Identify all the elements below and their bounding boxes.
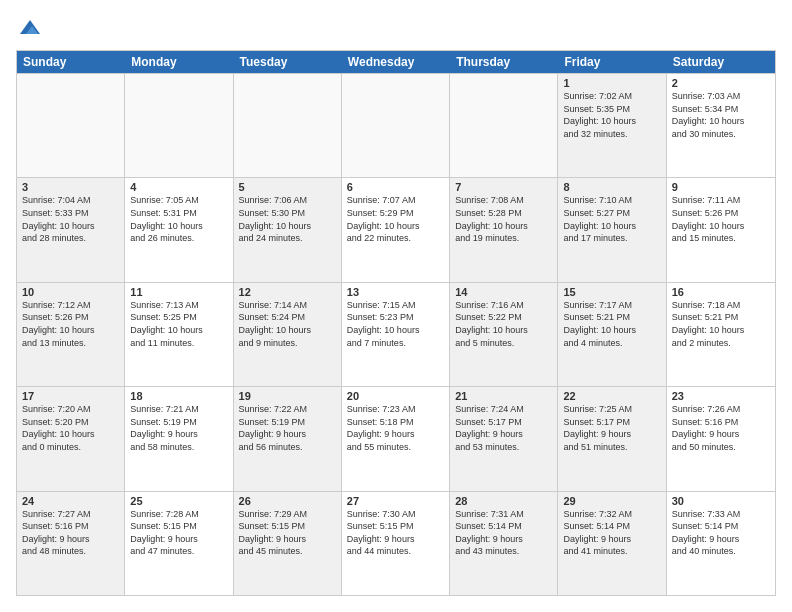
day-number: 16	[672, 286, 770, 298]
day-number: 20	[347, 390, 444, 402]
calendar-cell: 23Sunrise: 7:26 AM Sunset: 5:16 PM Dayli…	[667, 387, 775, 490]
calendar-row: 17Sunrise: 7:20 AM Sunset: 5:20 PM Dayli…	[17, 386, 775, 490]
day-number: 9	[672, 181, 770, 193]
calendar-cell: 14Sunrise: 7:16 AM Sunset: 5:22 PM Dayli…	[450, 283, 558, 386]
day-number: 7	[455, 181, 552, 193]
weekday-header: Sunday	[17, 51, 125, 73]
calendar-cell	[125, 74, 233, 177]
header	[16, 16, 776, 40]
day-info: Sunrise: 7:20 AM Sunset: 5:20 PM Dayligh…	[22, 403, 119, 453]
day-info: Sunrise: 7:27 AM Sunset: 5:16 PM Dayligh…	[22, 508, 119, 558]
calendar-cell: 25Sunrise: 7:28 AM Sunset: 5:15 PM Dayli…	[125, 492, 233, 595]
day-info: Sunrise: 7:21 AM Sunset: 5:19 PM Dayligh…	[130, 403, 227, 453]
day-number: 26	[239, 495, 336, 507]
calendar-cell: 24Sunrise: 7:27 AM Sunset: 5:16 PM Dayli…	[17, 492, 125, 595]
day-number: 21	[455, 390, 552, 402]
calendar-row: 24Sunrise: 7:27 AM Sunset: 5:16 PM Dayli…	[17, 491, 775, 595]
day-number: 6	[347, 181, 444, 193]
day-number: 3	[22, 181, 119, 193]
logo	[16, 16, 42, 40]
calendar-cell: 22Sunrise: 7:25 AM Sunset: 5:17 PM Dayli…	[558, 387, 666, 490]
calendar-cell	[17, 74, 125, 177]
day-info: Sunrise: 7:22 AM Sunset: 5:19 PM Dayligh…	[239, 403, 336, 453]
calendar-cell: 29Sunrise: 7:32 AM Sunset: 5:14 PM Dayli…	[558, 492, 666, 595]
day-info: Sunrise: 7:07 AM Sunset: 5:29 PM Dayligh…	[347, 194, 444, 244]
day-number: 30	[672, 495, 770, 507]
day-info: Sunrise: 7:08 AM Sunset: 5:28 PM Dayligh…	[455, 194, 552, 244]
day-info: Sunrise: 7:26 AM Sunset: 5:16 PM Dayligh…	[672, 403, 770, 453]
day-info: Sunrise: 7:33 AM Sunset: 5:14 PM Dayligh…	[672, 508, 770, 558]
calendar-cell: 28Sunrise: 7:31 AM Sunset: 5:14 PM Dayli…	[450, 492, 558, 595]
calendar-cell: 9Sunrise: 7:11 AM Sunset: 5:26 PM Daylig…	[667, 178, 775, 281]
day-number: 23	[672, 390, 770, 402]
weekday-header: Monday	[125, 51, 233, 73]
day-number: 25	[130, 495, 227, 507]
calendar-cell: 21Sunrise: 7:24 AM Sunset: 5:17 PM Dayli…	[450, 387, 558, 490]
calendar-cell: 10Sunrise: 7:12 AM Sunset: 5:26 PM Dayli…	[17, 283, 125, 386]
day-number: 18	[130, 390, 227, 402]
calendar-cell: 6Sunrise: 7:07 AM Sunset: 5:29 PM Daylig…	[342, 178, 450, 281]
day-number: 27	[347, 495, 444, 507]
calendar-cell	[450, 74, 558, 177]
day-info: Sunrise: 7:14 AM Sunset: 5:24 PM Dayligh…	[239, 299, 336, 349]
day-number: 14	[455, 286, 552, 298]
calendar-cell: 1Sunrise: 7:02 AM Sunset: 5:35 PM Daylig…	[558, 74, 666, 177]
calendar-cell: 30Sunrise: 7:33 AM Sunset: 5:14 PM Dayli…	[667, 492, 775, 595]
day-number: 12	[239, 286, 336, 298]
calendar-cell: 15Sunrise: 7:17 AM Sunset: 5:21 PM Dayli…	[558, 283, 666, 386]
day-number: 13	[347, 286, 444, 298]
day-info: Sunrise: 7:25 AM Sunset: 5:17 PM Dayligh…	[563, 403, 660, 453]
day-number: 1	[563, 77, 660, 89]
day-info: Sunrise: 7:28 AM Sunset: 5:15 PM Dayligh…	[130, 508, 227, 558]
day-number: 11	[130, 286, 227, 298]
day-info: Sunrise: 7:04 AM Sunset: 5:33 PM Dayligh…	[22, 194, 119, 244]
day-info: Sunrise: 7:05 AM Sunset: 5:31 PM Dayligh…	[130, 194, 227, 244]
day-info: Sunrise: 7:13 AM Sunset: 5:25 PM Dayligh…	[130, 299, 227, 349]
day-info: Sunrise: 7:11 AM Sunset: 5:26 PM Dayligh…	[672, 194, 770, 244]
day-number: 22	[563, 390, 660, 402]
calendar-cell	[342, 74, 450, 177]
day-number: 2	[672, 77, 770, 89]
weekday-header: Saturday	[667, 51, 775, 73]
calendar-cell: 12Sunrise: 7:14 AM Sunset: 5:24 PM Dayli…	[234, 283, 342, 386]
calendar-cell: 26Sunrise: 7:29 AM Sunset: 5:15 PM Dayli…	[234, 492, 342, 595]
calendar-body: 1Sunrise: 7:02 AM Sunset: 5:35 PM Daylig…	[17, 73, 775, 595]
day-info: Sunrise: 7:17 AM Sunset: 5:21 PM Dayligh…	[563, 299, 660, 349]
day-info: Sunrise: 7:10 AM Sunset: 5:27 PM Dayligh…	[563, 194, 660, 244]
day-number: 29	[563, 495, 660, 507]
day-number: 4	[130, 181, 227, 193]
day-info: Sunrise: 7:18 AM Sunset: 5:21 PM Dayligh…	[672, 299, 770, 349]
day-info: Sunrise: 7:29 AM Sunset: 5:15 PM Dayligh…	[239, 508, 336, 558]
weekday-header: Thursday	[450, 51, 558, 73]
day-info: Sunrise: 7:24 AM Sunset: 5:17 PM Dayligh…	[455, 403, 552, 453]
calendar-header: SundayMondayTuesdayWednesdayThursdayFrid…	[17, 51, 775, 73]
day-number: 28	[455, 495, 552, 507]
day-info: Sunrise: 7:02 AM Sunset: 5:35 PM Dayligh…	[563, 90, 660, 140]
calendar-cell: 13Sunrise: 7:15 AM Sunset: 5:23 PM Dayli…	[342, 283, 450, 386]
weekday-header: Friday	[558, 51, 666, 73]
page: SundayMondayTuesdayWednesdayThursdayFrid…	[0, 0, 792, 612]
day-info: Sunrise: 7:31 AM Sunset: 5:14 PM Dayligh…	[455, 508, 552, 558]
calendar-cell: 27Sunrise: 7:30 AM Sunset: 5:15 PM Dayli…	[342, 492, 450, 595]
day-info: Sunrise: 7:15 AM Sunset: 5:23 PM Dayligh…	[347, 299, 444, 349]
calendar-cell	[234, 74, 342, 177]
calendar-cell: 7Sunrise: 7:08 AM Sunset: 5:28 PM Daylig…	[450, 178, 558, 281]
calendar-row: 1Sunrise: 7:02 AM Sunset: 5:35 PM Daylig…	[17, 73, 775, 177]
day-number: 24	[22, 495, 119, 507]
day-number: 17	[22, 390, 119, 402]
day-info: Sunrise: 7:16 AM Sunset: 5:22 PM Dayligh…	[455, 299, 552, 349]
day-number: 5	[239, 181, 336, 193]
day-number: 10	[22, 286, 119, 298]
calendar-row: 3Sunrise: 7:04 AM Sunset: 5:33 PM Daylig…	[17, 177, 775, 281]
calendar: SundayMondayTuesdayWednesdayThursdayFrid…	[16, 50, 776, 596]
calendar-cell: 2Sunrise: 7:03 AM Sunset: 5:34 PM Daylig…	[667, 74, 775, 177]
calendar-cell: 5Sunrise: 7:06 AM Sunset: 5:30 PM Daylig…	[234, 178, 342, 281]
day-number: 15	[563, 286, 660, 298]
day-info: Sunrise: 7:23 AM Sunset: 5:18 PM Dayligh…	[347, 403, 444, 453]
day-info: Sunrise: 7:12 AM Sunset: 5:26 PM Dayligh…	[22, 299, 119, 349]
calendar-cell: 4Sunrise: 7:05 AM Sunset: 5:31 PM Daylig…	[125, 178, 233, 281]
day-info: Sunrise: 7:06 AM Sunset: 5:30 PM Dayligh…	[239, 194, 336, 244]
day-info: Sunrise: 7:32 AM Sunset: 5:14 PM Dayligh…	[563, 508, 660, 558]
calendar-cell: 18Sunrise: 7:21 AM Sunset: 5:19 PM Dayli…	[125, 387, 233, 490]
calendar-cell: 16Sunrise: 7:18 AM Sunset: 5:21 PM Dayli…	[667, 283, 775, 386]
